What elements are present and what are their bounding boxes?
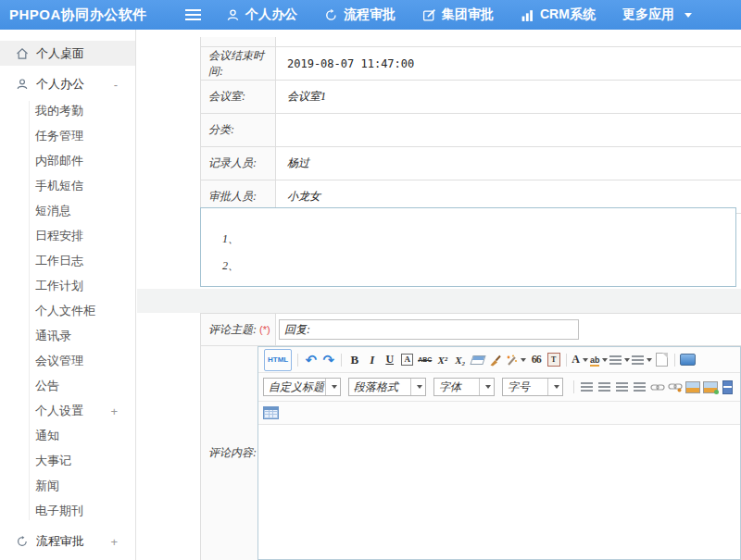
unlink-button[interactable] xyxy=(667,379,683,395)
paste-text-button[interactable]: T xyxy=(546,352,561,368)
rich-text-editor: HTML ↶ ↷ B I U A ABC X² X₂ xyxy=(257,346,741,560)
comment-subject-label: 评论主题: (*) xyxy=(201,314,276,345)
font-size-select[interactable]: 字号 xyxy=(502,378,563,396)
fullscreen-button[interactable] xyxy=(680,352,696,368)
field-value: 2019-08-07 11:47:00 xyxy=(276,47,741,80)
ordered-list-button[interactable] xyxy=(609,352,630,368)
comment-subject-input[interactable] xyxy=(279,319,579,340)
align-left-button[interactable] xyxy=(579,379,595,395)
sidebar-submenu: 我的考勤 任务管理 内部邮件 手机短信 短消息 日程安排 工作日志 工作计划 个… xyxy=(0,98,135,523)
collapse-icon[interactable]: - xyxy=(114,78,118,90)
sidebar-item-short-message[interactable]: 短消息 xyxy=(0,198,135,223)
sidebar-item-events[interactable]: 大事记 xyxy=(0,448,135,473)
strikethrough-button[interactable]: ABC xyxy=(417,352,433,368)
sidebar-item-meeting-management[interactable]: 会议管理 xyxy=(0,348,135,373)
undo-button[interactable]: ↶ xyxy=(303,352,319,368)
caret-down-icon xyxy=(547,379,562,395)
sidebar: 个人桌面 个人办公 - 我的考勤 任务管理 内部邮件 手机短信 短消息 日程安排… xyxy=(0,30,136,560)
nav-label: CRM系统 xyxy=(540,6,596,23)
nav-crm-system[interactable]: CRM系统 xyxy=(521,6,596,23)
nav-more-apps[interactable]: 更多应用 xyxy=(622,6,692,23)
insert-image-button[interactable] xyxy=(702,379,718,395)
unlink-icon xyxy=(668,382,683,392)
new-page-button[interactable] xyxy=(654,352,670,368)
nav-personal-office[interactable]: 个人办公 xyxy=(226,6,297,23)
sidebar-item-work-log[interactable]: 工作日志 xyxy=(0,248,135,273)
table-button[interactable] xyxy=(263,404,279,421)
expand-icon[interactable]: + xyxy=(110,404,118,417)
sidebar-item-internal-mail[interactable]: 内部邮件 xyxy=(0,148,135,173)
blockquote-button[interactable]: 66 xyxy=(528,352,544,368)
format-brush-button[interactable] xyxy=(487,352,503,368)
expand-icon[interactable]: + xyxy=(110,535,118,547)
user-icon xyxy=(16,78,29,91)
sidebar-item-sms[interactable]: 手机短信 xyxy=(0,173,135,198)
menu-toggle-icon[interactable] xyxy=(185,9,201,20)
font-frame-button[interactable]: A xyxy=(401,354,413,366)
caret-down-icon xyxy=(410,379,425,395)
caret-down-icon xyxy=(521,358,526,362)
edit-icon xyxy=(422,8,436,22)
link-button[interactable] xyxy=(649,379,665,395)
align-right-button[interactable] xyxy=(614,379,630,395)
monitor-icon xyxy=(680,354,696,366)
underline-button[interactable]: U xyxy=(382,352,397,368)
brush-icon xyxy=(489,354,502,367)
highlight-button[interactable]: ab xyxy=(590,352,609,368)
sidebar-item-schedule[interactable]: 日程安排 xyxy=(0,223,135,248)
media-button[interactable] xyxy=(720,379,735,395)
field-label: 会议室: xyxy=(201,81,276,113)
nav-label: 更多应用 xyxy=(622,6,674,23)
home-icon xyxy=(16,47,29,60)
align-center-button[interactable] xyxy=(597,379,612,395)
flow-icon xyxy=(324,8,338,22)
nav-group-approval[interactable]: 集团审批 xyxy=(422,6,494,23)
html-source-button[interactable]: HTML xyxy=(264,349,292,371)
app-window: PHPOA协同办公软件 个人办公 流程审批 集团审批 xyxy=(0,0,741,560)
unordered-list-button[interactable] xyxy=(632,352,652,368)
sidebar-item-personal-office[interactable]: 个人办公 - xyxy=(0,71,135,96)
nav-workflow-approval[interactable]: 流程审批 xyxy=(324,6,396,23)
paragraph-format-select[interactable]: 段落格式 xyxy=(348,378,426,396)
heading-select[interactable]: 自定义标题 xyxy=(263,378,341,396)
content-line: 2、 xyxy=(222,253,735,280)
eraser-button[interactable] xyxy=(470,352,485,368)
sidebar-item-tasks[interactable]: 任务管理 xyxy=(0,123,135,148)
image-button[interactable] xyxy=(684,379,700,395)
sidebar-item-label: 流程审批 xyxy=(36,533,84,550)
table-row-recorder: 记录人员: 杨过 xyxy=(201,147,741,180)
sidebar-item-desktop[interactable]: 个人桌面 xyxy=(0,41,135,66)
sidebar-item-announcement[interactable]: 公告 xyxy=(0,373,135,398)
editor-toolbar-row-3 xyxy=(258,402,740,425)
align-left-icon xyxy=(581,382,593,392)
bold-button[interactable]: B xyxy=(346,352,362,368)
sidebar-item-contacts[interactable]: 通讯录 xyxy=(0,323,135,348)
section-divider xyxy=(137,289,741,313)
font-color-button[interactable]: A xyxy=(571,352,588,368)
sidebar-item-personal-files[interactable]: 个人文件柜 xyxy=(0,298,135,323)
sidebar-item-notice[interactable]: 通知 xyxy=(0,423,135,448)
comment-editor-body[interactable] xyxy=(258,425,740,559)
caret-down-icon xyxy=(647,358,652,362)
font-family-select[interactable]: 字体 xyxy=(433,378,495,396)
subscript-button[interactable]: X₂ xyxy=(452,352,468,368)
table-row-clipped xyxy=(201,37,741,47)
caret-down-icon xyxy=(684,13,692,18)
autoformat-button[interactable] xyxy=(505,352,526,368)
justify-button[interactable] xyxy=(632,379,647,395)
field-value: 会议室1 xyxy=(276,81,741,113)
italic-button[interactable]: I xyxy=(364,352,380,368)
superscript-button[interactable]: X² xyxy=(434,352,450,368)
sidebar-item-personal-settings[interactable]: 个人设置 + xyxy=(0,398,135,423)
redo-button[interactable]: ↷ xyxy=(320,352,336,368)
sidebar-item-workflow-approval[interactable]: 流程审批 + xyxy=(0,529,135,554)
sidebar-item-news[interactable]: 新闻 xyxy=(0,473,135,498)
sidebar-item-e-journal[interactable]: 电子期刊 xyxy=(0,498,135,523)
comment-content-label: 评论内容: xyxy=(201,346,257,560)
required-mark: (*) xyxy=(259,324,270,335)
sidebar-item-label: 个人办公 xyxy=(36,76,84,93)
sidebar-item-work-plan[interactable]: 工作计划 xyxy=(0,273,135,298)
comment-form: 评论主题: (*) 评论内容: HTML ↶ xyxy=(200,313,741,560)
sidebar-item-attendance[interactable]: 我的考勤 xyxy=(0,98,135,123)
justify-icon xyxy=(634,382,646,392)
